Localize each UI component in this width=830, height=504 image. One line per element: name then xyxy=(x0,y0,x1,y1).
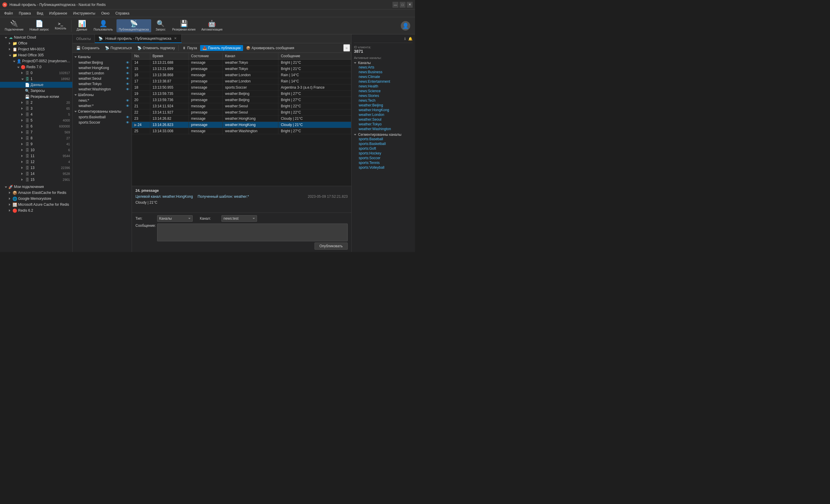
table-row[interactable]: 2113:14:11.924messageweather:SeoulBright… xyxy=(132,103,351,109)
info-channel-weather-london[interactable]: weather:London xyxy=(354,113,413,117)
sidebar-item-db-1[interactable]: 🗄 1 18992 xyxy=(0,76,72,82)
sidebar-item-db-7[interactable]: 🗄 7 569 xyxy=(0,129,72,135)
eye-icon[interactable]: 👁 xyxy=(126,82,129,86)
sidebar-item-db-5[interactable]: 🗄 5 4000 xyxy=(0,117,72,123)
channel-weather-hongkong[interactable]: weather:HongKong 👁 xyxy=(73,65,132,70)
table-row[interactable]: 1413:13:21.688messageweather:TokyoBright… xyxy=(132,60,351,66)
segmented-section-header[interactable]: Сегментированны каналы xyxy=(73,108,132,115)
info-channel-news-stories[interactable]: news:Stories xyxy=(354,93,413,98)
console-button[interactable]: >_ Консоль xyxy=(53,21,69,31)
info-sports-volleyball[interactable]: sports:Volleyball xyxy=(354,165,413,170)
tab-pubsub[interactable]: 📡 Новый профиль - Публикация/подписка ✕ xyxy=(95,34,182,43)
archive-button[interactable]: 📦 Архивировать сообщения xyxy=(244,45,297,51)
table-row[interactable]: 1613:13:38.868messageweather:LondonRain … xyxy=(132,72,351,78)
sidebar-item-head-office[interactable]: 📁 Head Office 305 xyxy=(0,52,72,58)
info-sports-baseball[interactable]: sports:Baseball xyxy=(354,137,413,141)
sidebar-item-db-2[interactable]: 🗄 2 20 xyxy=(0,100,72,105)
menu-window[interactable]: Окно xyxy=(98,11,113,16)
sidebar-item-db-3[interactable]: 🗄 3 65 xyxy=(0,105,72,112)
sidebar-item-google[interactable]: 🌐 Google Memorystore xyxy=(0,196,72,201)
info-channel-news-business[interactable]: news:Business xyxy=(354,70,413,74)
sidebar-item-office[interactable]: 📁 Office xyxy=(0,40,72,46)
channel-weather-seoul[interactable]: weather:Seoul 👁 xyxy=(73,76,132,81)
eye-icon[interactable]: 👁 xyxy=(126,61,129,64)
bell-icon[interactable]: 🔔 xyxy=(408,37,413,41)
table-row[interactable]: 2213:14:11.927pmessageweather:SeoulBrigh… xyxy=(132,109,351,116)
sidebar-item-project-mh[interactable]: 📋 Project MH-0015 xyxy=(0,46,72,52)
maximize-button[interactable]: □ xyxy=(400,2,406,8)
info-icon[interactable]: ℹ xyxy=(404,37,406,41)
info-channel-news-arts[interactable]: news:Arts xyxy=(354,65,413,70)
menu-favorites[interactable]: Избранное xyxy=(46,11,70,16)
pause-button[interactable]: ⏸ Пауза xyxy=(180,45,199,51)
publish-button[interactable]: Опубликовать xyxy=(315,243,348,250)
pattern-news[interactable]: news:* 👁 xyxy=(73,98,132,103)
sidebar-item-navicat-cloud[interactable]: ☁ Navicat Cloud xyxy=(0,34,72,40)
sidebar-item-backups[interactable]: 💾 Резервные копии xyxy=(0,94,72,100)
expand-button[interactable]: » xyxy=(343,44,350,52)
sidebar-item-redis6[interactable]: 🔴 Redis 6.2 xyxy=(0,208,72,214)
menu-view[interactable]: Вид xyxy=(34,11,46,16)
query2-button[interactable]: 🔍 Запрос xyxy=(152,19,169,32)
menu-edit[interactable]: Правка xyxy=(16,11,34,16)
eye-icon[interactable]: 👁 xyxy=(126,71,129,75)
info-channel-weather-beijing[interactable]: weather:Beijing xyxy=(354,103,413,107)
eye-icon[interactable]: 👁 xyxy=(126,77,129,80)
sidebar-item-db-9[interactable]: 🗄 9 41 xyxy=(0,141,72,147)
tab-close-button[interactable]: ✕ xyxy=(173,36,178,41)
sidebar-item-db-0[interactable]: 🗄 0 102817 xyxy=(0,70,72,76)
user-button[interactable]: 👤 Пользователь xyxy=(91,19,115,32)
table-row[interactable]: ▶2413:14:26.823pmessageweather:HongKongC… xyxy=(132,122,351,128)
info-channel-news-tech[interactable]: news:Tech xyxy=(354,98,413,103)
info-channel-weather-hongkong[interactable]: weather:HongKong xyxy=(354,107,413,113)
table-row[interactable]: 2513:14:33.008messageweather:WashingtonB… xyxy=(132,128,351,134)
sidebar-item-microsoft[interactable]: 🪟 Microsoft Azure Cache for Redis xyxy=(0,201,72,208)
info-sports-hockey[interactable]: sports:Hockey xyxy=(354,151,413,156)
message-input[interactable] xyxy=(157,224,348,241)
menu-file[interactable]: Файл xyxy=(1,11,16,16)
info-sports-tennis[interactable]: sports:Tennis xyxy=(354,160,413,165)
sidebar-item-amazon[interactable]: 📦 Amazon ElastiCache for Redis xyxy=(0,190,72,196)
sidebar-item-db-12[interactable]: 🗄 12 4 xyxy=(0,159,72,165)
eye-icon[interactable]: 👁 xyxy=(126,104,129,107)
channel-weather-london[interactable]: weather:London 👁 xyxy=(73,70,132,76)
data-button[interactable]: 📊 Данные xyxy=(74,19,90,32)
table-row[interactable]: 1813:13:50.955smessagesports:SoccerArgen… xyxy=(132,85,351,91)
connect-button[interactable]: 🔌 Подключение xyxy=(2,19,26,32)
menu-tools[interactable]: Инструменты xyxy=(70,11,98,16)
info-sports-goft[interactable]: sports:Goft xyxy=(354,146,413,151)
table-row[interactable]: 1913:13:59.735messageweather:BeijingBrig… xyxy=(132,91,351,97)
sidebar-item-db-10[interactable]: 🗄 10 6 xyxy=(0,147,72,153)
sidebar-item-data[interactable]: 📄 Данные xyxy=(0,82,72,88)
info-channel-weather-tokyo[interactable]: weather:Tokyo xyxy=(354,122,413,127)
info-sports-soccer[interactable]: sports:Soccer xyxy=(354,156,413,160)
pattern-weather[interactable]: weather:* 👁 xyxy=(73,103,132,108)
minimize-button[interactable]: — xyxy=(392,2,398,8)
sidebar-item-db-14[interactable]: 🗄 14 9528 xyxy=(0,171,72,177)
channel-select[interactable]: news:test xyxy=(221,215,257,222)
save-button[interactable]: 💾 Сохранить xyxy=(74,45,102,51)
backup-button[interactable]: 💾 Резервная копия xyxy=(170,19,198,32)
info-channel-news-climate[interactable]: news:Climate xyxy=(354,74,413,79)
automation-button[interactable]: 🤖 Автоматизация xyxy=(199,19,225,32)
unsubscribe-button[interactable]: 📡 Отменить подписку xyxy=(135,45,178,51)
eye-icon[interactable]: 👁 xyxy=(126,88,129,91)
eye-icon[interactable]: 👁 xyxy=(126,115,129,119)
menu-help[interactable]: Справка xyxy=(113,11,132,16)
channels-section-header[interactable]: Каналы xyxy=(73,54,132,60)
sidebar-item-db-4[interactable]: 🗄 4 5 xyxy=(0,112,72,117)
tab-objects[interactable]: Объекты xyxy=(73,34,95,43)
sidebar-item-project-dt[interactable]: 👤 ProjectDT-0052 (marybrown@g xyxy=(0,58,72,64)
sidebar-item-redis-7[interactable]: 🔴 Redis 7.0 xyxy=(0,64,72,70)
sidebar-item-db-13[interactable]: 🗄 13 22396 xyxy=(0,165,72,171)
table-container[interactable]: No. Время Состояние Канал Сообщение 1413… xyxy=(132,53,351,186)
info-segmented-header[interactable]: Сегментированны каналы xyxy=(354,132,413,137)
eye-icon[interactable]: 👁 xyxy=(126,99,129,102)
info-channel-news-health[interactable]: news:Health xyxy=(354,84,413,89)
patterns-section-header[interactable]: Шаблоны xyxy=(73,92,132,98)
info-channel-news-science[interactable]: news:Science xyxy=(354,89,413,93)
table-row[interactable]: 2313:14:26.82messageweather:HongKongClou… xyxy=(132,116,351,122)
pubsub-button[interactable]: 📡 Публикация/подписка xyxy=(117,19,151,32)
info-channel-weather-seoul[interactable]: weather:Seoul xyxy=(354,117,413,122)
info-sports-basketball[interactable]: sports:Basketball xyxy=(354,141,413,146)
